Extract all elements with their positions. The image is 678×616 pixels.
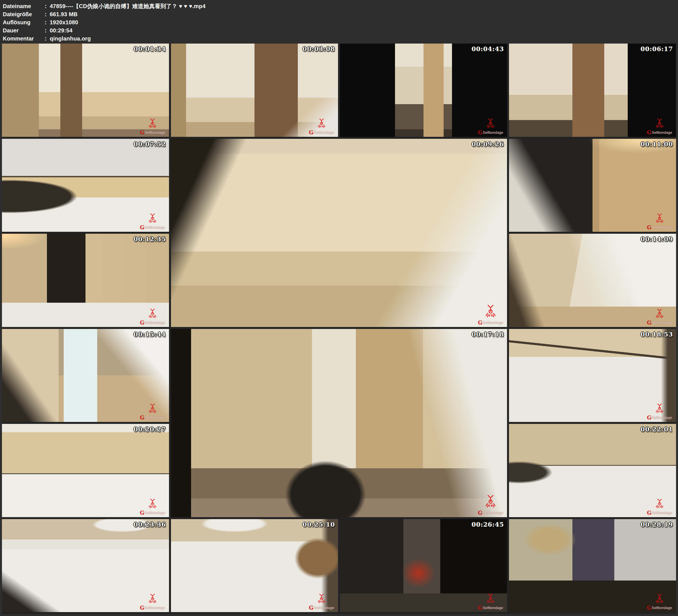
meta-label: Dateigröße xyxy=(3,10,45,18)
knot-logo-icon xyxy=(654,498,665,511)
filename-value: 47859----【CD伪娘小诡的自缚】难道她真看到了？ ♥ ♥ ♥.mp4 xyxy=(50,2,205,10)
knot-logo-icon xyxy=(654,403,665,416)
filesize-value: 661.93 MB xyxy=(50,10,78,18)
knot-logo-icon xyxy=(654,308,665,320)
video-thumbnail-10[interactable]: 00:15:44 GSelfbondage xyxy=(2,329,169,422)
selfbondage-watermark: GSelfbondage xyxy=(647,118,672,134)
knot-logo-icon xyxy=(147,308,158,320)
meta-label: Dauer xyxy=(3,27,45,35)
selfbondage-watermark: GSelfbondage xyxy=(140,498,165,515)
duration-value: 00:29:54 xyxy=(50,27,73,35)
timestamp-overlay: 00:07:52 xyxy=(134,141,166,148)
timestamp-overlay: 00:25:10 xyxy=(303,521,335,528)
selfbondage-watermark: GSelfbondage xyxy=(309,118,334,134)
timestamp-overlay: 00:28:19 xyxy=(641,521,673,528)
file-metadata-header: Dateiname:47859----【CD伪娘小诡的自缚】难道她真看到了？ ♥… xyxy=(0,0,678,44)
selfbondage-watermark: GSelfbondage xyxy=(140,593,165,610)
video-thumbnail-6-large[interactable]: 00:09:26 GSelfbondage xyxy=(171,139,507,327)
video-thumbnail-1[interactable]: 00:01:34 GSelfbondage xyxy=(2,44,169,137)
timestamp-overlay: 00:06:17 xyxy=(641,45,673,52)
meta-row-filename: Dateiname:47859----【CD伪娘小诡的自缚】难道她真看到了？ ♥… xyxy=(3,2,678,10)
video-thumbnail-12[interactable]: 00:18:53 GSelfbondage xyxy=(509,329,676,422)
thumbnail-grid: 00:01:34 GSelfbondage 00:03:08 GSelfbond… xyxy=(2,44,676,614)
knot-logo-icon xyxy=(147,593,158,606)
knot-logo-icon xyxy=(654,118,665,130)
video-thumbnail-16[interactable]: 00:25:10 GSelfbondage xyxy=(171,519,338,612)
selfbondage-watermark: GSelfbondage xyxy=(647,593,672,610)
meta-row-comment: Kommentar:qinglanhua.org xyxy=(3,35,678,43)
knot-logo-icon xyxy=(485,593,496,606)
timestamp-overlay: 00:17:18 xyxy=(472,331,504,338)
timestamp-overlay: 00:14:09 xyxy=(641,235,673,243)
knot-logo-icon xyxy=(316,593,327,606)
knot-logo-icon xyxy=(316,118,327,130)
timestamp-overlay: 00:09:26 xyxy=(472,141,504,148)
timestamp-overlay: 00:22:01 xyxy=(641,426,673,433)
video-thumbnail-13[interactable]: 00:20:27 GSelfbondage xyxy=(2,424,169,517)
video-thumbnail-3[interactable]: 00:04:43 GSelfbondage xyxy=(340,44,507,137)
knot-logo-icon xyxy=(483,495,498,511)
knot-logo-icon xyxy=(483,304,498,320)
selfbondage-watermark: GSelfbondage xyxy=(140,308,165,325)
meta-row-filesize: Dateigröße:661.93 MB xyxy=(3,10,678,18)
resolution-value: 1920x1080 xyxy=(50,18,78,27)
video-thumbnail-18[interactable]: 00:28:19 GSelfbondage xyxy=(509,519,676,612)
meta-row-duration: Dauer:00:29:54 xyxy=(3,27,678,35)
timestamp-overlay: 00:01:34 xyxy=(134,45,166,52)
selfbondage-watermark: GSelfbondage xyxy=(309,593,334,610)
comment-value: qinglanhua.org xyxy=(50,35,91,43)
selfbondage-watermark: GSelfbondage xyxy=(647,308,672,325)
timestamp-overlay: 00:20:27 xyxy=(134,426,166,433)
selfbondage-watermark: GSelfbondage xyxy=(140,403,165,420)
meta-label: Dateiname xyxy=(3,2,45,10)
timestamp-overlay: 00:26:45 xyxy=(472,521,504,528)
selfbondage-watermark: GSelfbondage xyxy=(647,498,672,515)
selfbondage-watermark: GSelfbondage xyxy=(140,118,165,134)
knot-logo-icon xyxy=(147,118,158,130)
video-thumbnail-14[interactable]: 00:22:01 GSelfbondage xyxy=(509,424,676,517)
timestamp-overlay: 00:03:08 xyxy=(303,45,335,52)
timestamp-overlay: 00:12:35 xyxy=(134,235,166,243)
selfbondage-watermark: GSelfbondage xyxy=(478,495,503,515)
video-thumbnail-9[interactable]: 00:14:09 GSelfbondage xyxy=(509,234,676,327)
meta-label: Kommentar xyxy=(3,35,45,43)
timestamp-overlay: 00:11:00 xyxy=(641,141,673,148)
knot-logo-icon xyxy=(147,213,158,225)
selfbondage-watermark: GSelfbondage xyxy=(478,304,503,325)
video-thumbnail-2[interactable]: 00:03:08 GSelfbondage xyxy=(171,44,338,137)
video-thumbnail-5[interactable]: 00:07:52 GSelfbondage xyxy=(2,139,169,232)
timestamp-overlay: 00:04:43 xyxy=(472,45,504,52)
selfbondage-watermark: GSelfbondage xyxy=(647,403,672,420)
selfbondage-watermark: GSelfbondage xyxy=(478,593,503,610)
selfbondage-watermark: GSelfbondage xyxy=(140,213,165,230)
video-thumbnail-17[interactable]: 00:26:45 GSelfbondage xyxy=(340,519,507,612)
timestamp-overlay: 00:18:53 xyxy=(641,331,673,338)
meta-row-resolution: Auflösung:1920x1080 xyxy=(3,18,678,27)
selfbondage-watermark: GSelfbondage xyxy=(478,118,503,134)
knot-logo-icon xyxy=(147,403,158,416)
knot-logo-icon xyxy=(654,593,665,606)
video-thumbnail-15[interactable]: 00:23:36 GSelfbondage xyxy=(2,519,169,612)
timestamp-overlay: 00:23:36 xyxy=(134,521,166,528)
video-thumbnail-7[interactable]: 00:11:00 GSelfbondage xyxy=(509,139,676,232)
video-thumbnail-8[interactable]: 00:12:35 GSelfbondage xyxy=(2,234,169,327)
knot-logo-icon xyxy=(654,213,665,225)
video-thumbnail-4[interactable]: 00:06:17 GSelfbondage xyxy=(509,44,676,137)
video-thumbnail-11-large[interactable]: 00:17:18 GSelfbondage xyxy=(171,329,507,517)
meta-label: Auflösung xyxy=(3,18,45,27)
knot-logo-icon xyxy=(485,118,496,130)
timestamp-overlay: 00:15:44 xyxy=(134,331,166,338)
selfbondage-watermark: GSelfbondage xyxy=(647,213,672,230)
knot-logo-icon xyxy=(147,498,158,511)
